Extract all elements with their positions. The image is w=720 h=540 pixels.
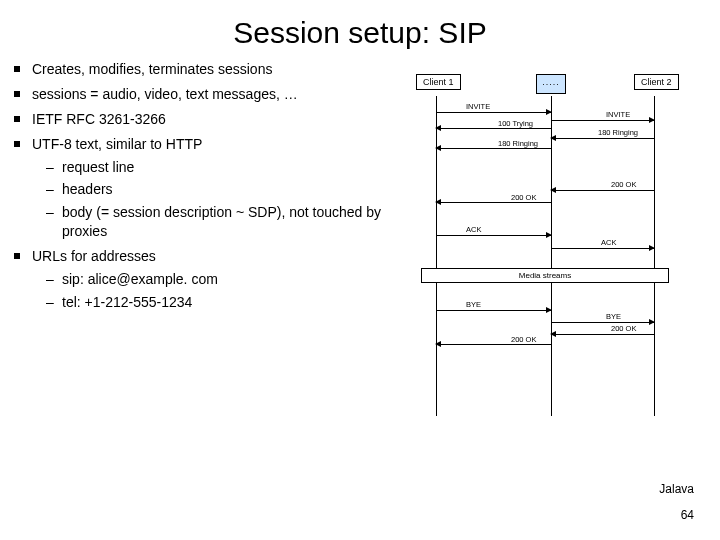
- msg-invite: INVITE: [466, 102, 490, 111]
- proxy-box: ·····: [536, 74, 566, 94]
- msg-ringing: 180 Ringing: [598, 128, 638, 137]
- sub-item: request line: [32, 158, 394, 177]
- sequence-diagram: Client 1 ····· Client 2 INVITE INVITE 10…: [406, 60, 706, 440]
- arrow: [436, 148, 551, 149]
- client1-box: Client 1: [416, 74, 461, 90]
- msg-ack: ACK: [601, 238, 616, 247]
- msg-trying: 100 Trying: [498, 119, 533, 128]
- arrow: [551, 322, 654, 323]
- arrow: [551, 138, 654, 139]
- msg-ringing: 180 Ringing: [498, 139, 538, 148]
- msg-invite: INVITE: [606, 110, 630, 119]
- bullet-item: IETF RFC 3261-3266: [14, 110, 394, 129]
- bullet-item: UTF-8 text, similar to HTTP request line…: [14, 135, 394, 241]
- bullet-text: URLs for addresses: [32, 248, 156, 264]
- media-streams-box: Media streams: [421, 268, 669, 283]
- arrow: [551, 120, 654, 121]
- arrow: [436, 310, 551, 311]
- arrow: [551, 190, 654, 191]
- arrow: [436, 112, 551, 113]
- bullet-item: sessions = audio, video, text messages, …: [14, 85, 394, 104]
- sub-item: tel: +1-212-555-1234: [32, 293, 394, 312]
- msg-ok: 200 OK: [511, 193, 536, 202]
- sub-item: body (= session description ~ SDP), not …: [32, 203, 394, 241]
- lifeline-client2: [654, 96, 655, 416]
- arrow: [436, 202, 551, 203]
- msg-ok: 200 OK: [611, 180, 636, 189]
- bullet-item: Creates, modifies, terminates sessions: [14, 60, 394, 79]
- msg-ok: 200 OK: [611, 324, 636, 333]
- msg-bye: BYE: [466, 300, 481, 309]
- msg-ack: ACK: [466, 225, 481, 234]
- msg-ok: 200 OK: [511, 335, 536, 344]
- lifeline-proxy: [551, 96, 552, 416]
- footer-author: Jalava: [659, 482, 694, 496]
- arrow: [436, 128, 551, 129]
- arrow: [551, 334, 654, 335]
- client2-box: Client 2: [634, 74, 679, 90]
- page-number: 64: [681, 508, 694, 522]
- arrow: [436, 235, 551, 236]
- bullet-item: URLs for addresses sip: alice@example. c…: [14, 247, 394, 312]
- arrow: [436, 344, 551, 345]
- arrow: [551, 248, 654, 249]
- lifeline-client1: [436, 96, 437, 416]
- msg-bye: BYE: [606, 312, 621, 321]
- bullet-list: Creates, modifies, terminates sessions s…: [14, 60, 394, 440]
- content-area: Creates, modifies, terminates sessions s…: [0, 60, 720, 440]
- sub-item: headers: [32, 180, 394, 199]
- sub-item: sip: alice@example. com: [32, 270, 394, 289]
- page-title: Session setup: SIP: [0, 0, 720, 60]
- bullet-text: UTF-8 text, similar to HTTP: [32, 136, 202, 152]
